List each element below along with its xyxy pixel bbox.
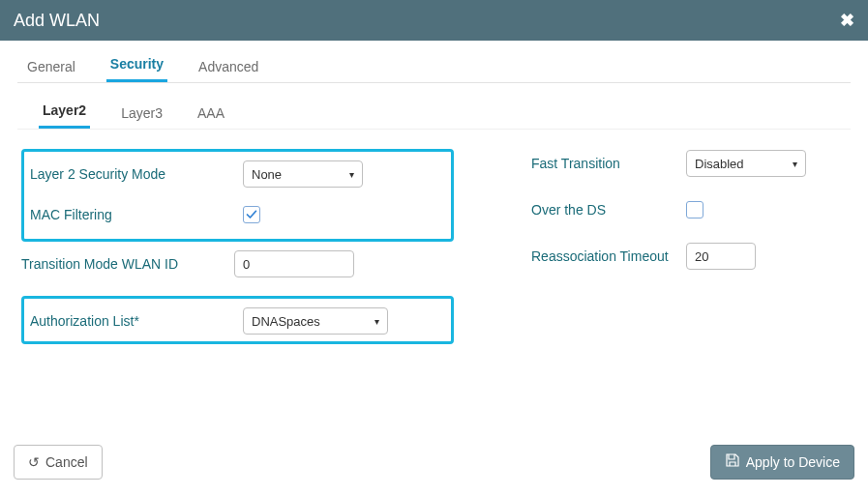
main-tabs: General Security Advanced bbox=[17, 48, 851, 83]
input-transition-id[interactable]: 0 bbox=[234, 250, 354, 277]
save-icon bbox=[725, 452, 740, 471]
select-fast-transition-value: Disabled bbox=[695, 157, 744, 171]
field-reassoc-timeout: Reassociation Timeout 20 bbox=[531, 242, 851, 271]
tab-aaa[interactable]: AAA bbox=[194, 100, 228, 129]
input-reassoc-timeout-value: 20 bbox=[695, 249, 708, 264]
left-column: Layer 2 Security Mode None ▾ MAC Filteri… bbox=[21, 149, 454, 352]
form-columns: Layer 2 Security Mode None ▾ MAC Filteri… bbox=[17, 149, 851, 352]
label-reassoc-timeout: Reassociation Timeout bbox=[531, 248, 686, 264]
label-mac-filtering: MAC Filtering bbox=[30, 207, 243, 222]
select-security-mode[interactable]: None ▾ bbox=[243, 160, 363, 188]
field-security-mode: Layer 2 Security Mode None ▾ bbox=[30, 160, 437, 189]
select-fast-transition[interactable]: Disabled ▾ bbox=[686, 150, 806, 177]
cancel-button-label: Cancel bbox=[45, 454, 88, 470]
select-security-mode-value: None bbox=[252, 167, 282, 182]
highlight-auth-list: Authorization List* DNASpaces ▾ bbox=[21, 296, 454, 344]
chevron-down-icon: ▾ bbox=[374, 316, 379, 327]
sub-tabs: Layer2 Layer3 AAA bbox=[17, 97, 851, 130]
checkbox-over-ds[interactable] bbox=[686, 201, 703, 218]
input-reassoc-timeout[interactable]: 20 bbox=[686, 243, 756, 270]
apply-button[interactable]: Apply to Device bbox=[710, 445, 854, 480]
tab-advanced[interactable]: Advanced bbox=[195, 51, 262, 82]
close-icon[interactable]: ✖ bbox=[840, 10, 854, 31]
label-auth-list: Authorization List* bbox=[30, 313, 243, 329]
select-auth-list[interactable]: DNASpaces ▾ bbox=[243, 307, 388, 335]
label-fast-transition: Fast Transition bbox=[531, 156, 686, 171]
tab-layer3[interactable]: Layer3 bbox=[117, 100, 166, 129]
check-icon bbox=[246, 209, 257, 220]
checkbox-mac-filtering[interactable] bbox=[243, 206, 260, 223]
field-fast-transition: Fast Transition Disabled ▾ bbox=[531, 149, 851, 178]
modal-header: Add WLAN ✖ bbox=[0, 0, 868, 41]
tab-general[interactable]: General bbox=[23, 51, 79, 82]
input-transition-id-value: 0 bbox=[243, 257, 250, 272]
label-security-mode: Layer 2 Security Mode bbox=[30, 166, 243, 182]
modal-body: General Security Advanced Layer2 Layer3 … bbox=[0, 41, 868, 437]
field-mac-filtering: MAC Filtering bbox=[30, 200, 437, 229]
field-auth-list: Authorization List* DNASpaces ▾ bbox=[30, 306, 437, 335]
undo-icon: ↺ bbox=[28, 454, 40, 470]
highlight-security-mac: Layer 2 Security Mode None ▾ MAC Filteri… bbox=[21, 149, 454, 242]
cancel-button[interactable]: ↺ Cancel bbox=[14, 445, 103, 480]
modal-footer: ↺ Cancel Apply to Device bbox=[0, 437, 868, 495]
select-auth-list-value: DNASpaces bbox=[252, 314, 320, 329]
add-wlan-modal: Add WLAN ✖ General Security Advanced Lay… bbox=[0, 0, 868, 495]
tab-layer2[interactable]: Layer2 bbox=[39, 97, 90, 129]
modal-title: Add WLAN bbox=[14, 11, 100, 31]
label-over-ds: Over the DS bbox=[531, 202, 686, 218]
right-column: Fast Transition Disabled ▾ Over the DS R… bbox=[531, 149, 851, 352]
field-over-ds: Over the DS bbox=[531, 195, 851, 224]
field-transition-id: Transition Mode WLAN ID 0 bbox=[21, 249, 454, 278]
chevron-down-icon: ▾ bbox=[793, 159, 797, 169]
label-transition-id: Transition Mode WLAN ID bbox=[21, 256, 234, 272]
chevron-down-icon: ▾ bbox=[349, 169, 354, 180]
apply-button-label: Apply to Device bbox=[746, 454, 840, 470]
tab-security[interactable]: Security bbox=[106, 48, 167, 82]
